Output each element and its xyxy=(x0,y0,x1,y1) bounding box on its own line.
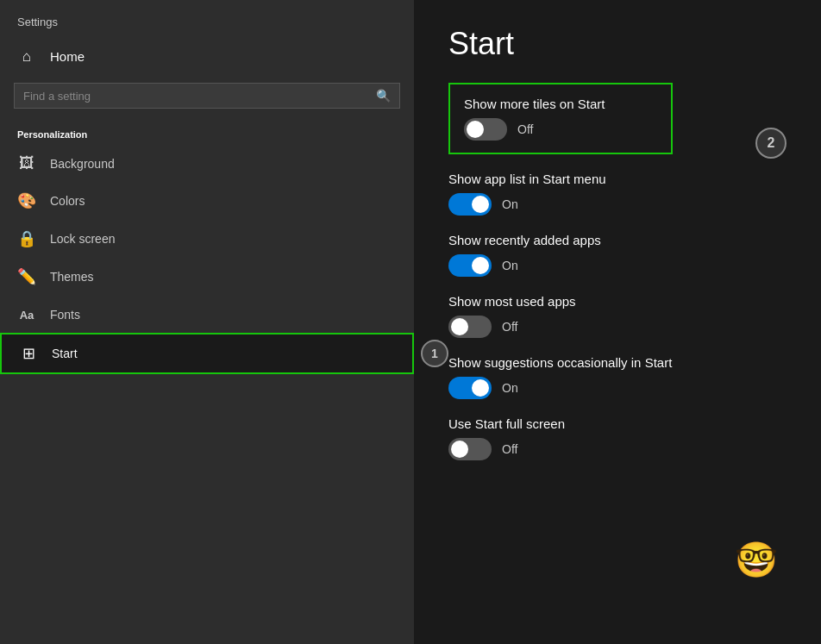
toggle-thumb xyxy=(451,441,468,458)
setting-show-recently-added: Show recently added apps On xyxy=(448,233,787,277)
toggle-thumb xyxy=(472,379,489,397)
start-icon: ⊞ xyxy=(19,344,38,363)
app-title: Settings xyxy=(0,0,414,39)
setting-show-app-list: Show app list in Start menu On xyxy=(448,172,787,216)
setting-label-show-suggestions: Show suggestions occasionally in Start xyxy=(448,355,787,370)
nav-label-colors: Colors xyxy=(50,194,85,208)
colors-icon: 🎨 xyxy=(17,191,36,210)
avatar: 🤓 xyxy=(735,542,778,577)
search-input[interactable] xyxy=(23,90,369,103)
sidebar-item-themes[interactable]: ✏️ Themes xyxy=(0,258,414,296)
toggle-thumb xyxy=(451,318,468,335)
toggle-thumb xyxy=(472,257,489,274)
toggle-show-suggestions[interactable] xyxy=(448,377,492,399)
search-box: 🔍 xyxy=(14,83,400,109)
sidebar-item-start[interactable]: ⊞ Start 1 xyxy=(0,333,414,374)
setting-show-suggestions: Show suggestions occasionally in Start O… xyxy=(448,355,787,399)
image-icon: 🖼 xyxy=(17,154,36,172)
badge-2: 2 xyxy=(755,128,787,159)
section-label: Personalization xyxy=(0,117,414,145)
toggle-state-show-app-list: On xyxy=(502,197,518,211)
nav-label-fonts: Fonts xyxy=(50,308,80,322)
toggle-state-show-most-used: Off xyxy=(502,320,517,334)
lock-icon: 🔒 xyxy=(17,229,36,248)
toggle-use-full-screen[interactable] xyxy=(448,438,492,460)
fonts-icon xyxy=(17,305,36,323)
badge-1: 1 xyxy=(421,340,448,367)
sidebar: Settings Home 🔍 Personalization 🖼 Backgr… xyxy=(0,0,414,644)
toggle-state-show-suggestions: On xyxy=(502,381,518,395)
toggle-show-app-list[interactable] xyxy=(448,193,492,216)
setting-show-most-used: Show most used apps Off xyxy=(448,294,787,338)
home-label: Home xyxy=(50,49,85,64)
setting-label-use-full-screen: Use Start full screen xyxy=(448,416,787,431)
search-button[interactable]: 🔍 xyxy=(376,89,391,103)
sidebar-item-lock-screen[interactable]: 🔒 Lock screen xyxy=(0,220,414,258)
nav-label-lock-screen: Lock screen xyxy=(50,232,115,246)
nav-label-themes: Themes xyxy=(50,270,94,284)
toggle-thumb xyxy=(467,121,484,138)
setting-label-show-recently-added: Show recently added apps xyxy=(448,233,787,247)
setting-use-full-screen: Use Start full screen Off xyxy=(448,416,787,460)
toggle-state-use-full-screen: Off xyxy=(502,442,517,456)
home-icon xyxy=(17,47,36,66)
setting-show-more-tiles: Show more tiles on Start Off xyxy=(448,83,673,154)
themes-icon: ✏️ xyxy=(17,267,36,286)
toggle-show-most-used[interactable] xyxy=(448,316,492,338)
setting-label-show-app-list: Show app list in Start menu xyxy=(448,172,787,186)
nav-label-background: Background xyxy=(50,157,115,171)
sidebar-item-fonts[interactable]: Fonts xyxy=(0,296,414,333)
nav-label-start: Start xyxy=(52,347,78,360)
setting-label-show-more-tiles: Show more tiles on Start xyxy=(464,97,657,111)
toggle-state-show-more-tiles: Off xyxy=(517,122,533,136)
sidebar-item-background[interactable]: 🖼 Background xyxy=(0,145,414,182)
toggle-thumb xyxy=(472,196,489,213)
main-content: Start Show more tiles on Start Off 2 Sho… xyxy=(414,0,821,644)
sidebar-item-colors[interactable]: 🎨 Colors xyxy=(0,182,414,220)
toggle-show-more-tiles[interactable] xyxy=(464,118,507,141)
setting-label-show-most-used: Show most used apps xyxy=(448,294,787,309)
toggle-state-show-recently-added: On xyxy=(502,259,518,272)
sidebar-item-home[interactable]: Home xyxy=(0,39,414,74)
toggle-show-recently-added[interactable] xyxy=(448,254,492,277)
page-title: Start xyxy=(448,26,787,62)
